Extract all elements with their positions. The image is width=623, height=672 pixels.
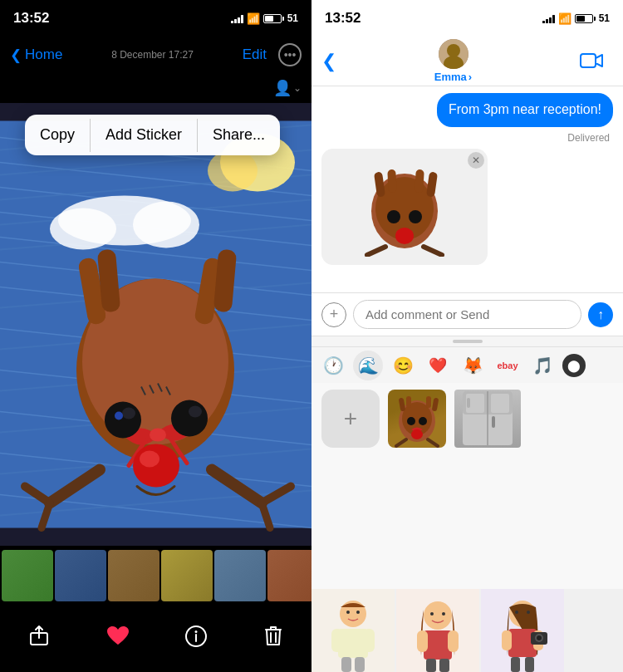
- add-attachment-button[interactable]: +: [321, 302, 346, 327]
- right-status-icons: 📶 51: [542, 12, 610, 25]
- reindeer-sticker[interactable]: [388, 390, 446, 448]
- svg-rect-106: [448, 630, 459, 652]
- favorite-button[interactable]: [105, 625, 130, 648]
- svg-point-45: [171, 400, 208, 437]
- film-thumb-1[interactable]: [2, 550, 53, 601]
- film-thumb-6[interactable]: [267, 550, 312, 601]
- add-sticker-button[interactable]: +: [321, 390, 380, 448]
- imessage-panel: 13:52 📶 51 ❮: [312, 0, 623, 672]
- svg-rect-108: [439, 659, 449, 672]
- photo-thumb-boy[interactable]: [312, 589, 395, 672]
- photo-thumb-girl[interactable]: [396, 589, 479, 672]
- svg-point-122: [527, 611, 530, 614]
- svg-rect-119: [511, 657, 520, 672]
- facetime-button[interactable]: [570, 37, 613, 86]
- heart-sticker-icon[interactable]: ❤️: [423, 351, 453, 380]
- emoji-keyboard-icon[interactable]: 😊: [388, 351, 418, 380]
- info-icon: [184, 625, 208, 648]
- svg-rect-99: [355, 657, 365, 672]
- heart-icon: [105, 625, 130, 648]
- svg-point-48: [140, 451, 159, 468]
- image-preview-thumb: [351, 157, 459, 257]
- svg-rect-91: [466, 394, 484, 413]
- main-photo-area[interactable]: [0, 103, 312, 546]
- svg-line-81: [396, 439, 406, 446]
- copy-menu-item[interactable]: Copy: [25, 115, 90, 155]
- svg-point-74: [395, 228, 414, 244]
- left-time: 13:52: [13, 10, 49, 27]
- svg-point-100: [346, 611, 350, 614]
- right-signal-icon: [542, 13, 555, 23]
- svg-rect-120: [525, 657, 534, 672]
- svg-line-82: [428, 439, 438, 446]
- message-input[interactable]: [353, 300, 581, 329]
- share-icon: [27, 625, 51, 648]
- more-sticker-icon[interactable]: ⬤: [562, 354, 586, 377]
- imessage-back-button[interactable]: ❮: [321, 51, 336, 72]
- fox-sticker-icon[interactable]: 🦊: [458, 351, 488, 380]
- share-button[interactable]: [27, 625, 51, 648]
- photo-bottom-toolbar: [0, 606, 312, 672]
- svg-rect-114: [502, 630, 512, 650]
- drag-handle[interactable]: [453, 340, 483, 343]
- fridge-sticker[interactable]: [454, 390, 521, 448]
- right-wifi-icon: 📶: [558, 12, 571, 25]
- ebay-sticker-icon[interactable]: ebay: [493, 351, 522, 380]
- info-button[interactable]: [184, 625, 208, 648]
- battery-label: 51: [287, 12, 298, 24]
- delete-button[interactable]: [262, 625, 284, 648]
- svg-rect-97: [363, 629, 375, 652]
- image-message-close-button[interactable]: ✕: [468, 152, 484, 169]
- outgoing-message: From 3pm near reception!: [437, 93, 613, 127]
- svg-rect-77: [399, 398, 406, 412]
- sticker-pack-icon[interactable]: 🌊: [353, 351, 383, 380]
- film-thumb-2[interactable]: [55, 550, 106, 601]
- svg-point-101: [356, 611, 360, 614]
- recent-emoji-icon[interactable]: 🕐: [318, 351, 348, 380]
- message-text: From 3pm near reception!: [449, 102, 601, 116]
- right-battery-icon: [575, 14, 596, 23]
- nav-right-buttons: Edit •••: [243, 43, 302, 66]
- signal-icon: [231, 13, 243, 23]
- svg-point-103: [424, 601, 452, 630]
- reindeer-drawing: [0, 103, 312, 546]
- back-button[interactable]: ❮ Home: [10, 47, 62, 64]
- send-arrow-icon: ↑: [597, 307, 604, 322]
- imessage-header: ❮ Emma ›: [312, 37, 623, 86]
- nav-center: 8 December 17:27: [111, 49, 194, 61]
- contact-info[interactable]: Emma ›: [434, 39, 472, 83]
- svg-rect-96: [331, 629, 343, 652]
- add-sticker-menu-item[interactable]: Add Sticker: [91, 115, 197, 155]
- svg-rect-67: [387, 169, 396, 193]
- photo-thumb-girl2[interactable]: [481, 589, 564, 672]
- emoji-bar-container: 🕐 🌊 😊 ❤️ 🦊 ebay 🎵 ⬤: [312, 336, 623, 383]
- film-thumb-5[interactable]: [214, 550, 266, 601]
- messages-area[interactable]: From 3pm near reception! Delivered ✕: [312, 86, 623, 292]
- film-thumb-4[interactable]: [161, 550, 213, 601]
- svg-point-41: [150, 429, 166, 442]
- photo-viewer-panel: 13:52 📶 51 ❮ Home 8 Decem: [0, 0, 312, 672]
- person-icon[interactable]: 👤: [273, 79, 292, 97]
- more-button[interactable]: •••: [278, 43, 302, 66]
- right-status-bar: 13:52 📶 51: [312, 0, 623, 37]
- image-message-preview: ✕: [321, 149, 488, 265]
- svg-point-43: [122, 408, 135, 419]
- battery-icon: [263, 14, 284, 23]
- svg-rect-92: [491, 394, 509, 413]
- svg-point-42: [105, 402, 141, 439]
- left-nav-bar: ❮ Home 8 December 17:27 Edit •••: [0, 37, 312, 73]
- svg-point-121: [515, 611, 518, 614]
- context-menu: Copy Add Sticker Share...: [25, 115, 280, 155]
- edit-button[interactable]: Edit: [243, 47, 267, 63]
- photo-filmstrip[interactable]: [0, 546, 312, 606]
- send-button[interactable]: ↑: [588, 302, 613, 327]
- film-thumb-3[interactable]: [108, 550, 159, 601]
- music-sticker-icon[interactable]: 🎵: [527, 351, 557, 380]
- svg-rect-98: [341, 657, 351, 672]
- svg-point-109: [430, 612, 434, 616]
- video-camera-icon: [580, 52, 603, 69]
- svg-rect-62: [581, 54, 596, 67]
- svg-point-27: [50, 208, 116, 250]
- share-menu-item[interactable]: Share...: [198, 115, 280, 155]
- svg-point-46: [189, 406, 202, 418]
